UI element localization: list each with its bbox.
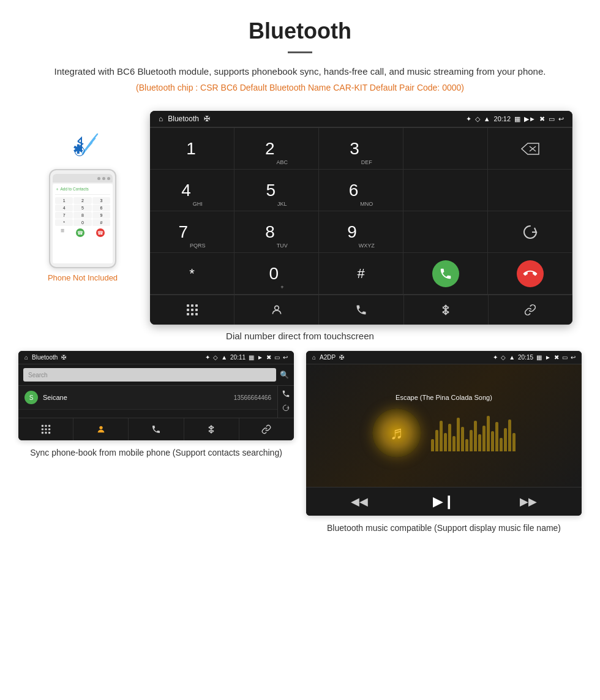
music-home-icon[interactable]: ⌂ [312, 354, 316, 361]
end-call-button[interactable] [488, 253, 572, 295]
svg-rect-20 [41, 432, 43, 434]
music-time: 20:15 [518, 354, 533, 361]
pb-contact-number: 13566664466 [234, 394, 271, 401]
header-specs: (Bluetooth chip : CSR BC6 Default Blueto… [12, 83, 588, 92]
svg-rect-12 [195, 313, 198, 315]
key-8[interactable]: 8TUV [234, 211, 319, 253]
svg-point-13 [274, 306, 279, 310]
phone-keypad: 123 456 789 *0# [55, 197, 110, 226]
svg-rect-17 [41, 428, 43, 430]
pb-contact-avatar: S [24, 391, 38, 404]
call-button[interactable] [403, 253, 488, 295]
bottom-screens: ⌂ Bluetooth ✠ ✦ ◇ ▲ 20:11 ▦ ► ✖ ▭ ↩ [0, 351, 600, 547]
svg-rect-15 [45, 425, 47, 427]
page-title: Bluetooth [12, 18, 588, 44]
back-icon[interactable]: ↩ [558, 115, 564, 123]
phone-mockup: ＋ Add to Contacts 123 456 789 *0# ☰ ☎ ☎ [49, 169, 116, 268]
nav-calls[interactable] [319, 295, 403, 325]
dial-screen: ⌂ Bluetooth ✠ ✦ ◇ ▲ 20:12 ▦ ▶► ✖ ▭ ↩ 1 2… [150, 111, 572, 325]
prev-track-button[interactable]: ◀◀ [351, 495, 368, 508]
key-7[interactable]: 7PQRS [150, 211, 234, 253]
music-cam-icon: ▦ [536, 354, 542, 361]
pb-win-icon: ▭ [274, 354, 280, 361]
nav-contacts[interactable] [234, 295, 319, 325]
pb-signal-icon: ▲ [221, 354, 227, 361]
svg-rect-22 [48, 432, 50, 434]
svg-rect-9 [195, 309, 198, 311]
music-vol-icon: ► [545, 354, 551, 361]
pb-nav-dialpad[interactable] [18, 418, 73, 440]
pb-nav-calls-2[interactable] [129, 418, 184, 440]
music-visualizer [431, 415, 516, 451]
music-usb-icon: ✠ [339, 354, 344, 361]
nav-dialpad[interactable] [150, 295, 234, 325]
svg-rect-11 [191, 313, 193, 315]
location-icon: ◇ [475, 115, 480, 123]
pb-usb-icon: ✠ [61, 354, 66, 361]
pb-home-icon[interactable]: ⌂ [24, 354, 28, 361]
key-2[interactable]: 2ABC [234, 128, 319, 170]
svg-point-23 [99, 426, 102, 429]
home-icon[interactable]: ⌂ [159, 115, 163, 123]
pb-time: 20:11 [230, 354, 246, 361]
pb-search-input[interactable]: Search [23, 368, 276, 382]
pb-side-icons [277, 386, 294, 418]
svg-rect-8 [191, 309, 193, 311]
wifi-bluetooth-icon: ✱ ◯ [64, 129, 101, 163]
music-caption: Bluetooth music compatible (Support disp… [306, 522, 582, 535]
key-6[interactable]: 6MNO [319, 170, 403, 211]
pb-vol-icon: ► [257, 354, 263, 361]
key-hash[interactable]: # [319, 253, 403, 295]
pb-back-icon[interactable]: ↩ [283, 354, 288, 361]
pb-search-icon[interactable]: 🔍 [280, 371, 289, 379]
pb-nav-link-2[interactable] [239, 418, 294, 440]
pb-contact-row[interactable]: S Seicane 13566664466 [18, 386, 277, 410]
music-song-title: Escape (The Pina Colada Song) [396, 394, 492, 401]
redial-button[interactable] [488, 211, 572, 253]
bluetooth-status-icon: ✦ [466, 115, 471, 123]
play-pause-button[interactable]: ▶❙ [433, 494, 454, 510]
backspace-button[interactable] [488, 128, 572, 170]
svg-rect-10 [187, 313, 189, 315]
key-4[interactable]: 4GHI [150, 170, 234, 211]
music-bt-icon: ✦ [493, 354, 498, 361]
empty-2 [488, 170, 572, 211]
time-display: 20:12 [494, 115, 511, 122]
music-center: ♬ [372, 408, 516, 457]
phone-add-contact-label: ＋ Add to Contacts [55, 187, 110, 195]
music-win-icon: ▭ [562, 354, 568, 361]
pb-phone-side-icon[interactable] [282, 390, 290, 400]
key-star[interactable]: * [150, 253, 234, 295]
svg-rect-6 [195, 304, 198, 307]
empty-3 [403, 211, 488, 253]
pb-nav-bt-2[interactable] [184, 418, 239, 440]
window-icon[interactable]: ▭ [549, 115, 555, 123]
music-controls: ◀◀ ▶❙ ▶▶ [306, 487, 582, 516]
display-area [403, 128, 488, 170]
music-back-icon[interactable]: ↩ [571, 354, 576, 361]
music-content: Escape (The Pina Colada Song) ♬ [306, 364, 582, 487]
nav-bluetooth[interactable] [404, 295, 489, 325]
key-3[interactable]: 3DEF [319, 128, 403, 170]
music-screen: ⌂ A2DP ✠ ✦ ◇ ▲ 20:15 ▦ ► ✖ ▭ ↩ Esc [306, 351, 582, 516]
dial-keypad-grid: 1 2ABC 3DEF 4GHI 5JKL 6MNO 7PQRS 8TUV 9W… [150, 127, 572, 295]
key-1[interactable]: 1 [150, 128, 234, 170]
camera-icon[interactable]: ▦ [514, 115, 520, 123]
pb-nav-contacts-active[interactable] [73, 418, 129, 440]
volume-icon[interactable]: ▶► [524, 115, 536, 123]
close-icon[interactable]: ✖ [539, 115, 545, 123]
pb-contacts-list: S Seicane 13566664466 [18, 386, 277, 418]
header-divider [288, 51, 312, 53]
music-signal-icon: ▲ [509, 354, 515, 361]
nav-more[interactable] [489, 295, 572, 325]
music-status-bar: ⌂ A2DP ✠ ✦ ◇ ▲ 20:15 ▦ ► ✖ ▭ ↩ [306, 351, 582, 364]
svg-rect-5 [191, 304, 193, 307]
svg-rect-4 [187, 304, 189, 307]
next-track-button[interactable]: ▶▶ [520, 495, 537, 508]
key-5[interactable]: 5JKL [234, 170, 319, 211]
pb-status-bar: ⌂ Bluetooth ✠ ✦ ◇ ▲ 20:11 ▦ ► ✖ ▭ ↩ [18, 351, 294, 364]
music-column: ⌂ A2DP ✠ ✦ ◇ ▲ 20:15 ▦ ► ✖ ▭ ↩ Esc [306, 351, 582, 535]
pb-refresh-side-icon[interactable] [282, 404, 290, 414]
key-9[interactable]: 9WXYZ [319, 211, 403, 253]
key-0[interactable]: 0+ [234, 253, 319, 295]
